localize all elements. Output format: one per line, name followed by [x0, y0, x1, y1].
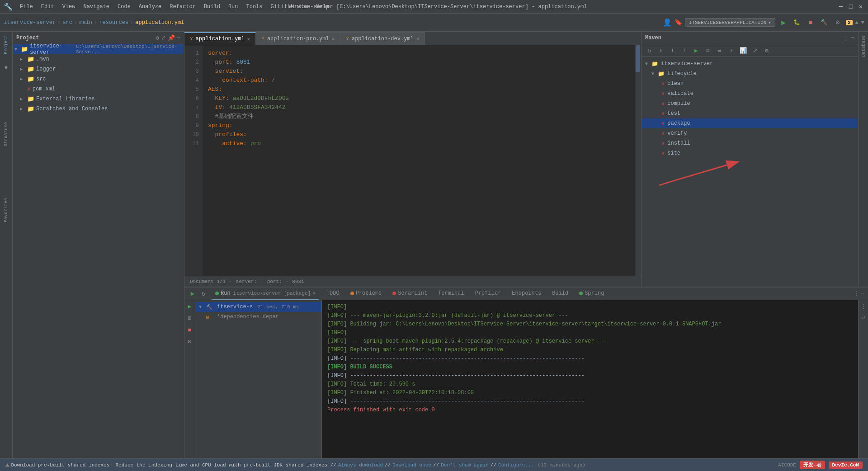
close-button[interactable]: ✕ — [857, 3, 864, 10]
maven-refresh-btn[interactable]: ↻ — [644, 46, 654, 56]
status-configure[interactable]: Configure... — [498, 462, 534, 468]
maven-compile[interactable]: ✗ compile — [642, 99, 858, 108]
menu-view[interactable]: View — [59, 3, 79, 11]
settings-button[interactable]: ⚙ — [832, 17, 843, 28]
tab-profiler[interactable]: Profiler — [472, 287, 505, 300]
status-download-once[interactable]: Download once — [392, 462, 431, 468]
menu-navigate[interactable]: Navigate — [80, 3, 113, 11]
run-rerun-btn[interactable]: ↻ — [199, 289, 208, 298]
warning-count[interactable]: 2 — [846, 20, 853, 25]
nav-up-icon[interactable]: ▲ — [855, 19, 859, 26]
maven-install[interactable]: ✗ install — [642, 138, 858, 148]
bottom-menu-icon[interactable]: ⋮ — [859, 302, 868, 311]
nav-down-icon[interactable]: ▼ — [861, 19, 864, 26]
tree-item-logger[interactable]: ▶ 📁 logger — [13, 64, 184, 74]
maven-menu-icon[interactable]: ⋮ — [843, 34, 849, 42]
maven-expand-btn[interactable]: ⤢ — [750, 46, 760, 56]
run-play-btn[interactable]: ▶ — [188, 289, 197, 298]
maven-verify[interactable]: ✗ verify — [642, 128, 858, 138]
minimize-button[interactable]: ─ — [837, 3, 844, 10]
breadcrumb-file[interactable]: application.yml — [135, 19, 184, 26]
tab-application-pro-yml[interactable]: Y application-pro.yml ✕ — [256, 32, 340, 45]
tree-item-mvn[interactable]: ▶ 📁 .mvn — [13, 54, 184, 64]
tab-close-main[interactable]: ✕ — [247, 36, 250, 42]
breadcrumb-project[interactable]: itservice-server — [4, 19, 56, 26]
tab-sonar[interactable]: SonarLint — [389, 287, 431, 300]
run-config-selector[interactable]: ITSERVICESERVERAPPLICATION ▾ — [685, 18, 775, 27]
tree-item-scratches[interactable]: ▶ 📁 Scratches and Consoles — [13, 104, 184, 114]
maven-clean[interactable]: ✗ clean — [642, 79, 858, 89]
maven-close-icon[interactable]: ╌ — [851, 34, 854, 42]
tree-root[interactable]: ▼ 📁 itservice-server C:\Users\Lenovo\Des… — [13, 44, 184, 54]
maven-site[interactable]: ✗ site — [642, 148, 858, 158]
maven-run-btn[interactable]: ▶ — [691, 46, 701, 56]
tab-spring[interactable]: Spring — [576, 287, 608, 300]
bottom-panel-menu[interactable]: ⋮ — [854, 290, 859, 297]
tab-application-dev-yml[interactable]: Y application-dev.yml ✕ — [340, 32, 425, 45]
scroll-thumb[interactable] — [636, 45, 640, 72]
run-pin-btn[interactable]: ⊠ — [185, 337, 194, 346]
bottom-wrap-icon[interactable]: ↵ — [859, 313, 868, 322]
menu-file[interactable]: File — [16, 3, 37, 11]
tab-run[interactable]: Run itservice-server [package] ✕ — [212, 287, 319, 300]
maven-add-btn[interactable]: + — [679, 46, 689, 56]
maven-toggle-btn[interactable]: ⇌ — [715, 46, 725, 56]
commit-icon[interactable]: ● — [1, 62, 11, 72]
tab-problems[interactable]: Problems — [347, 287, 386, 300]
run-restart-btn[interactable]: ▶ — [185, 302, 194, 311]
favorites-icon[interactable]: Favorites — [3, 196, 9, 224]
build-button[interactable]: 🔨 — [819, 17, 830, 28]
maven-lifecycle[interactable]: ▼ 📁 Lifecycle — [642, 69, 858, 79]
tree-item-src[interactable]: ▶ 📁 src — [13, 74, 184, 84]
maven-settings-btn[interactable]: ⚙ — [762, 46, 772, 56]
bottom-panel-close[interactable]: ╌ — [861, 290, 864, 297]
maven-root[interactable]: ▼ 📁 itservice-server — [642, 59, 858, 69]
tab-endpoints[interactable]: Endpoints — [508, 287, 545, 300]
maven-lightning-btn[interactable]: ⚡ — [726, 46, 736, 56]
maven-validate[interactable]: ✗ validate — [642, 89, 858, 99]
project-icon[interactable]: Project — [3, 33, 9, 56]
maven-test[interactable]: ✗ test — [642, 108, 858, 118]
status-always-download[interactable]: Always download — [338, 462, 383, 468]
structure-icon[interactable]: Structure — [3, 120, 9, 148]
stop-button[interactable]: ■ — [805, 17, 816, 28]
breadcrumb-main[interactable]: main — [79, 19, 92, 26]
tab-close-pro[interactable]: ✕ — [332, 36, 335, 42]
panel-pin-icon[interactable]: 📌 — [168, 34, 175, 42]
menu-tools[interactable]: Tools — [243, 3, 266, 11]
menu-analyze[interactable]: Analyze — [135, 3, 165, 11]
tab-build[interactable]: Build — [548, 287, 572, 300]
run-tab-close[interactable]: ✕ — [312, 290, 316, 296]
code-content[interactable]: server: port: 8081 servlet: context-path… — [203, 45, 635, 276]
breadcrumb-resources[interactable]: resources — [99, 19, 128, 26]
menu-refactor[interactable]: Refactor — [166, 3, 199, 11]
menu-edit[interactable]: Edit — [38, 3, 58, 11]
panel-gear-icon[interactable]: ⚙ — [156, 34, 159, 42]
maven-download-btn[interactable]: ⬇ — [656, 46, 666, 56]
panel-close-icon[interactable]: ╌ — [177, 34, 180, 42]
maven-download2-btn[interactable]: ⬇ — [668, 46, 678, 56]
scroll-indicator[interactable] — [635, 45, 641, 276]
run-item-deps[interactable]: ⊡ 'dependencies.deper — [195, 312, 321, 322]
maven-package[interactable]: ✗ package — [642, 118, 858, 128]
breadcrumb-src[interactable]: src — [62, 19, 72, 26]
code-editor[interactable]: 1 2 3 4 5 6 7 8 9 10 11 server: — [184, 45, 641, 276]
menu-run[interactable]: Run — [225, 3, 242, 11]
menu-code[interactable]: Code — [114, 3, 134, 11]
menu-build[interactable]: Build — [200, 3, 224, 11]
maximize-button[interactable]: □ — [847, 3, 854, 10]
run-log[interactable]: [INFO] [INFO] --- maven-jar-plugin:3.2.0… — [322, 300, 858, 458]
tree-item-ext-libs[interactable]: ▶ 📁 External Libraries — [13, 94, 184, 104]
run-button[interactable]: ▶ — [778, 17, 789, 28]
database-icon[interactable]: Database — [859, 33, 868, 59]
tree-item-pom[interactable]: ▶ ✗ pom.xml — [13, 84, 184, 94]
panel-expand-icon[interactable]: ⤢ — [161, 34, 166, 42]
maven-chart-btn[interactable]: 📊 — [738, 46, 748, 56]
run-toggle-btn[interactable]: ⊞ — [185, 314, 194, 323]
tab-close-dev[interactable]: ✕ — [416, 36, 420, 42]
tab-todo[interactable]: TODO — [323, 287, 343, 300]
run-item-main[interactable]: ▼ 🔨 itservice-s 21 sec, 715 ms — [195, 302, 321, 312]
status-dont-show[interactable]: Don't show again — [441, 462, 489, 468]
tab-terminal[interactable]: Terminal — [434, 287, 468, 300]
run-stop-btn[interactable]: ■ — [185, 325, 194, 334]
